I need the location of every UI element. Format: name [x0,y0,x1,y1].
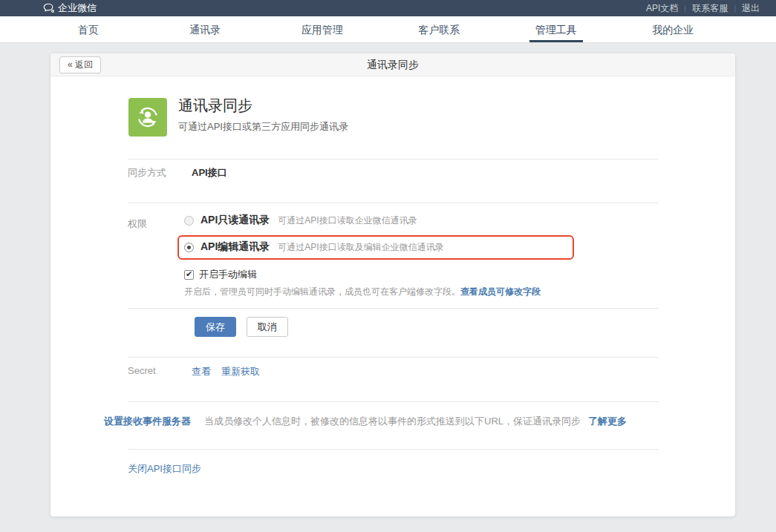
nav-item-apps[interactable]: 应用管理 [264,16,381,42]
nav-label: 客户联系 [412,19,466,42]
contact-sync-app-icon [128,98,167,137]
manual-edit-desc: 开启后，管理员可同时手动编辑通讯录，成员也可在客户端修改字段。查看成员可修改字段 [184,286,541,298]
sync-method-label: 同步方式 [128,166,166,180]
card-header: 通讯录同步 « 返回 [50,53,735,76]
radio-unchecked-icon[interactable] [184,216,194,226]
divider [128,159,659,160]
separator: | [734,4,736,13]
radio-option-api-readonly[interactable]: API只读通讯录 可通过API接口读取企业微信通讯录 [184,214,417,227]
radio-option-label: API只读通讯录 [200,214,270,227]
content-card: 通讯录同步 « 返回 通讯录同步 可通过API接口或第三方应用同步通讯录 同步方… [50,53,735,516]
radio-option-label: API编辑通讯录 [200,240,270,254]
close-api-sync-link[interactable]: 关闭API接口同步 [128,463,201,474]
back-button[interactable]: « 返回 [59,56,101,73]
save-button[interactable]: 保存 [195,317,236,337]
brand-name: 企业微信 [58,1,97,15]
person-sync-icon [134,104,161,131]
secret-view-link[interactable]: 查看 [192,365,211,378]
page-title: 通讯录同步 [50,53,735,76]
radio-option-api-edit[interactable]: API编辑通讯录 可通过API接口读取及编辑企业微信通讯录 [184,240,444,254]
sync-method-value: API接口 [192,166,227,180]
nav-item-home[interactable]: 首页 [30,16,147,42]
checkmark-icon: ✔ [186,269,192,279]
main-nav: 首页 通讯录 应用管理 客户联系 管理工具 我的企业 [0,16,776,43]
close-api-sync-row: 关闭API接口同步 [128,462,201,476]
secret-regenerate-link[interactable]: 重新获取 [221,365,260,378]
divider [128,357,659,358]
nav-label: 通讯录 [183,19,226,42]
manual-edit-label: 开启手动编辑 [199,268,257,281]
radio-checked-icon[interactable] [184,243,194,252]
cancel-button[interactable]: 取消 [247,317,288,337]
app-title: 通讯录同步 [178,96,252,116]
nav-item-customers[interactable]: 客户联系 [381,16,498,42]
permission-label: 权限 [128,217,147,231]
radio-option-desc: 可通过API接口读取及编辑企业微信通讯录 [278,241,443,254]
nav-item-contacts[interactable]: 通讯录 [147,16,264,42]
logout-link[interactable]: 退出 [742,2,760,15]
secret-links: 查看 重新获取 [192,365,260,378]
nav-item-my-company[interactable]: 我的企业 [615,16,732,42]
divider [128,401,659,402]
checkbox-checked-icon[interactable]: ✔ [184,270,194,280]
manual-edit-checkbox-row[interactable]: ✔ 开启手动编辑 [184,268,257,281]
wechat-work-logo-icon [43,3,55,13]
nav-label: 我的企业 [646,19,700,42]
brand: 企业微信 [43,1,97,15]
topbar: 企业微信 API文档 | 联系客服 | 退出 [0,0,776,16]
divider [128,308,659,309]
contact-support-link[interactable]: 联系客服 [692,2,728,15]
separator: | [684,4,686,13]
callback-desc: 当成员修改个人信息时，被修改的信息将以事件的形式推送到以下URL，保证通讯录同步 [204,415,581,428]
app-subtitle: 可通过API接口或第三方应用同步通讯录 [178,120,348,134]
callback-server-row: 设置接收事件服务器 当成员修改个人信息时，被修改的信息将以事件的形式推送到以下U… [104,415,627,428]
api-docs-link[interactable]: API文档 [646,2,678,15]
secret-label: Secret [128,365,156,376]
view-editable-fields-link[interactable]: 查看成员可修改字段 [460,286,541,297]
nav-label: 首页 [72,19,105,42]
manual-edit-desc-text: 开启后，管理员可同时手动编辑通讯录，成员也可在客户端修改字段。 [184,286,460,297]
divider [128,203,659,203]
divider [128,449,659,450]
nav-label: 应用管理 [296,19,349,42]
radio-option-desc: 可通过API接口读取企业微信通讯录 [278,214,417,227]
set-callback-server-link[interactable]: 设置接收事件服务器 [104,415,191,428]
nav-label: 管理工具 [529,19,583,42]
topbar-links: API文档 | 联系客服 | 退出 [646,2,760,15]
learn-more-link[interactable]: 了解更多 [588,415,627,428]
nav-item-admin-tools[interactable]: 管理工具 [498,16,615,42]
